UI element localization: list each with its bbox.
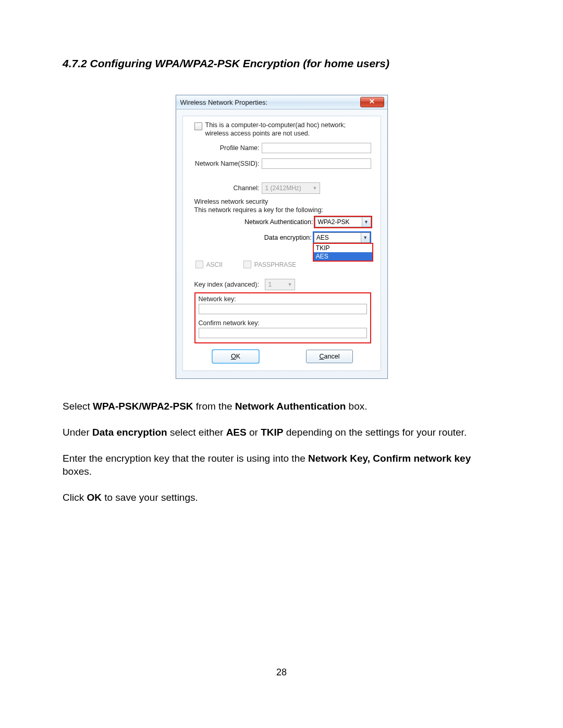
encryption-dropdown-list: TKIP AES: [313, 243, 373, 262]
ascii-checkbox: [195, 261, 203, 268]
profile-name-input[interactable]: [262, 143, 371, 153]
keyindex-value: 1: [268, 281, 272, 288]
network-key-input[interactable]: [199, 304, 367, 314]
adhoc-checkbox[interactable]: [194, 122, 202, 130]
encryption-value: AES: [316, 234, 329, 241]
ssid-input[interactable]: [262, 158, 371, 169]
instruction-paragraph-2: Under Data encryption select either AES …: [63, 426, 500, 439]
auth-label: Network Authentication:: [194, 218, 315, 226]
cancel-label-first: C: [320, 353, 324, 360]
security-note: This network requires a key for the foll…: [194, 206, 371, 214]
dialog-titlebar: Wireless Network Properties: ✕: [176, 95, 387, 109]
passphrase-checkbox: [243, 261, 251, 268]
ok-label-first: O: [231, 353, 236, 360]
wireless-properties-dialog: Wireless Network Properties: ✕ This is a…: [176, 95, 388, 379]
security-section-label: Wireless network security: [194, 198, 371, 205]
dialog-fieldset: This is a computer-to-computer(ad hoc) n…: [182, 116, 381, 371]
instruction-paragraph-3: Enter the encryption key that the router…: [63, 452, 500, 478]
network-key-label: Network key:: [199, 295, 367, 303]
encryption-label: Data encryption:: [194, 234, 314, 241]
instruction-paragraph-1: Select WPA-PSK/WPA2-PSK from the Network…: [63, 400, 500, 413]
channel-value: 1 (2412MHz): [265, 184, 301, 192]
adhoc-label: This is a computer-to-computer(ad hoc) n…: [205, 121, 371, 138]
section-heading: 4.7.2 Configuring WPA/WPA2-PSK Encryptio…: [63, 57, 500, 70]
confirm-key-label: Confirm network key:: [199, 319, 367, 327]
ascii-label: ASCII: [206, 261, 223, 268]
dialog-body: This is a computer-to-computer(ad hoc) n…: [176, 109, 387, 378]
encryption-option-tkip[interactable]: TKIP: [314, 244, 372, 252]
instruction-paragraph-4: Click OK to save your settings.: [63, 491, 500, 504]
cancel-button[interactable]: Cancel: [306, 350, 353, 363]
chevron-down-icon: ▼: [364, 219, 369, 225]
dialog-title: Wireless Network Properties:: [180, 98, 268, 106]
confirm-key-input[interactable]: [199, 328, 367, 338]
chevron-down-icon: ▼: [363, 235, 368, 240]
profile-name-label: Profile Name:: [194, 144, 262, 152]
channel-select: 1 (2412MHz) ▼: [262, 182, 320, 194]
keyindex-select: 1 ▼: [265, 279, 295, 290]
encryption-option-aes[interactable]: AES: [314, 252, 372, 261]
ok-button[interactable]: OK: [212, 350, 259, 363]
channel-label: Channel:: [194, 184, 262, 192]
ssid-label: Network Name(SSID):: [194, 160, 262, 167]
chevron-down-icon: ▼: [313, 186, 317, 191]
auth-value: WPA2-PSK: [317, 218, 349, 226]
passphrase-label: PASSPHRASE: [254, 261, 296, 268]
close-button[interactable]: ✕: [360, 97, 384, 107]
chevron-down-icon: ▼: [288, 282, 292, 287]
network-authentication-select[interactable]: WPA2-PSK ▼: [315, 217, 371, 227]
page-number: 28: [276, 667, 287, 678]
keyindex-label: Key index (advanced):: [194, 281, 265, 288]
data-encryption-select[interactable]: AES ▼: [314, 232, 370, 243]
